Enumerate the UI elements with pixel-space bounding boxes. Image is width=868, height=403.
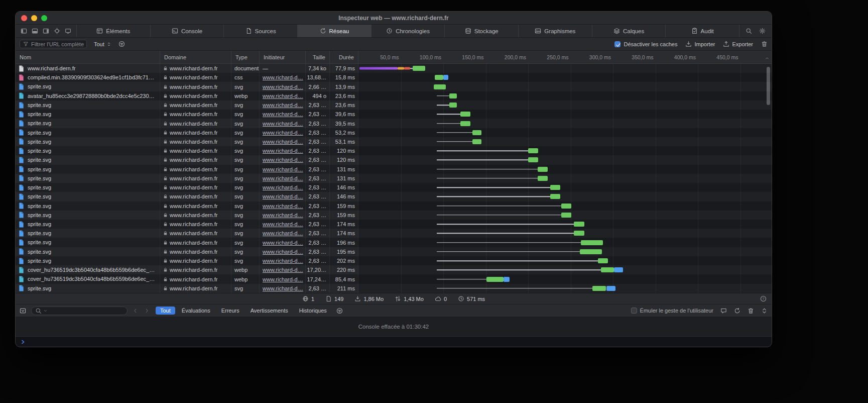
element-picker-icon[interactable] (54, 28, 60, 34)
console-scope-icon[interactable] (20, 308, 26, 314)
tab-stockage[interactable]: Stockage (444, 25, 518, 37)
initiator-link[interactable]: www.richard-d… (263, 93, 303, 99)
network-request-row[interactable]: www.richard-dern.fr www.richard-dern.fr … (16, 64, 772, 73)
import-button[interactable]: Importer (685, 41, 715, 47)
tab-calques[interactable]: Calques (592, 25, 666, 37)
initiator-link[interactable]: www.richard-d… (263, 111, 303, 117)
network-request-row[interactable]: sprite.svg www.richard-dern.fr svg www.r… (16, 211, 772, 220)
tab-audit[interactable]: Audit (665, 25, 739, 37)
console-filter-historiques[interactable]: Historiques (295, 307, 331, 315)
network-request-row[interactable]: avatar_hu85ecc3e298728880b0bde2dcc4e5c23… (16, 91, 772, 100)
network-request-row[interactable]: sprite.svg www.richard-dern.fr svg www.r… (16, 284, 772, 293)
tab-sources[interactable]: Sources (223, 25, 297, 37)
console-filter-circle-icon[interactable] (336, 308, 343, 314)
device-settings-icon[interactable] (65, 28, 71, 34)
initiator-link[interactable]: www.richard-d… (263, 212, 303, 218)
dock-left-icon[interactable] (21, 28, 27, 34)
initiator-link[interactable]: www.richard-d… (263, 148, 303, 154)
dock-bottom-icon[interactable] (32, 28, 38, 34)
tab-chronologies[interactable]: Chronologies (371, 25, 445, 37)
console-messages-icon[interactable] (720, 308, 727, 314)
console-filter-erreurs[interactable]: Erreurs (217, 307, 244, 315)
network-request-row[interactable]: sprite.svg www.richard-dern.fr svg www.r… (16, 247, 772, 256)
console-search-input[interactable] (31, 307, 128, 315)
resource-type-dropdown[interactable]: Tout (92, 40, 113, 48)
disable-caches-checkbox[interactable] (614, 41, 621, 47)
network-request-row[interactable]: compiled.min.38390909f303624ed9e1cf1bd3f… (16, 73, 772, 82)
scroll-up-icon[interactable] (765, 54, 770, 63)
column-header-type[interactable]: Type (231, 51, 260, 63)
dock-right-icon[interactable] (43, 28, 49, 34)
console-filter-avertissements[interactable]: Avertissements (246, 307, 293, 315)
network-request-row[interactable]: sprite.svg www.richard-dern.fr svg www.r… (16, 238, 772, 247)
initiator-link[interactable]: www.richard-d… (263, 285, 303, 291)
network-request-row[interactable]: sprite.svg www.richard-dern.fr svg www.r… (16, 137, 772, 146)
initiator-link[interactable]: www.richard-d… (263, 230, 303, 236)
column-header-name[interactable]: Nom (16, 51, 160, 63)
network-request-row[interactable]: sprite.svg www.richard-dern.fr svg www.r… (16, 192, 772, 201)
reload-icon[interactable] (734, 308, 740, 314)
help-icon[interactable]: ? (760, 295, 767, 303)
initiator-link[interactable]: www.richard-d… (263, 193, 303, 199)
column-header-duration[interactable]: Durée (330, 51, 358, 63)
tab-elements[interactable]: Éléments (76, 25, 150, 37)
network-request-row[interactable]: sprite.svg www.richard-dern.fr svg www.r… (16, 220, 772, 229)
initiator-link[interactable]: www.richard-d… (263, 130, 303, 136)
initiator-link[interactable]: www.richard-d… (263, 240, 303, 246)
console-filter-tout[interactable]: Tout (156, 307, 175, 315)
export-button[interactable]: Exporter (723, 41, 753, 47)
network-request-row[interactable]: cover_hu736519dc3b5040cfa48b6b559b6de6ec… (16, 265, 772, 274)
emulate-gesture-checkbox[interactable] (631, 308, 637, 314)
expand-console-icon[interactable] (761, 308, 768, 314)
network-request-row[interactable]: sprite.svg www.richard-dern.fr svg www.r… (16, 128, 772, 137)
initiator-link[interactable]: www.richard-d… (263, 157, 303, 163)
column-header-domain[interactable]: Domaine (160, 51, 231, 63)
emulate-gesture-toggle[interactable]: Émuler le geste de l'utilisateur (631, 308, 713, 314)
network-request-row[interactable]: cover_hu736519dc3b5040cfa48b6b559b6de6ec… (16, 274, 772, 283)
tab-reseau[interactable]: Réseau (297, 25, 371, 37)
initiator-link[interactable]: www.richard-d… (263, 267, 303, 273)
status-value: 0 (444, 296, 447, 302)
vertical-scrollbar[interactable] (767, 67, 770, 105)
network-request-row[interactable]: sprite.svg www.richard-dern.fr svg www.r… (16, 110, 772, 119)
initiator-link[interactable]: www.richard-d… (263, 175, 303, 181)
initiator-link[interactable]: www.richard-d… (263, 221, 303, 227)
column-header-initiator[interactable]: Initiateur (260, 51, 306, 63)
network-request-row[interactable]: sprite.svg www.richard-dern.fr svg www.r… (16, 155, 772, 164)
history-forward-icon[interactable] (144, 308, 150, 314)
initiator-link[interactable]: www.richard-d… (263, 249, 303, 255)
initiator-link[interactable]: www.richard-d… (263, 203, 303, 209)
search-icon[interactable] (746, 28, 752, 34)
network-request-row[interactable]: sprite.svg www.richard-dern.fr svg www.r… (16, 229, 772, 238)
clear-network-trash-icon[interactable] (761, 41, 768, 47)
network-request-row[interactable]: sprite.svg www.richard-dern.fr svg www.r… (16, 146, 772, 155)
network-request-row[interactable]: sprite.svg www.richard-dern.fr svg www.r… (16, 82, 772, 91)
console-prompt[interactable] (16, 336, 772, 347)
initiator-link[interactable]: www.richard-d… (263, 102, 303, 108)
network-request-row[interactable]: sprite.svg www.richard-dern.fr svg www.r… (16, 201, 772, 211)
tab-console[interactable]: Console (150, 25, 224, 37)
initiator-link[interactable]: www.richard-d… (263, 276, 303, 282)
network-request-row[interactable]: sprite.svg www.richard-dern.fr svg www.r… (16, 183, 772, 192)
url-filter-input[interactable]: Filtrer l'URL complète (20, 40, 87, 48)
initiator-link[interactable]: www.richard-d… (263, 74, 303, 80)
initiator-link[interactable]: www.richard-d… (263, 84, 303, 90)
initiator-link[interactable]: www.richard-d… (263, 121, 303, 127)
disable-caches-toggle[interactable]: Désactiver les caches (614, 41, 677, 47)
history-back-icon[interactable] (133, 308, 138, 314)
column-header-size[interactable]: Taille (306, 51, 330, 63)
network-request-row[interactable]: sprite.svg www.richard-dern.fr svg www.r… (16, 119, 772, 128)
filter-circle-icon[interactable] (118, 41, 125, 47)
gear-icon[interactable] (759, 28, 766, 34)
tab-graphismes[interactable]: Graphismes (518, 25, 592, 37)
initiator-link[interactable]: www.richard-d… (263, 139, 303, 145)
initiator-link[interactable]: www.richard-d… (263, 258, 303, 264)
network-request-row[interactable]: sprite.svg www.richard-dern.fr svg www.r… (16, 256, 772, 265)
initiator-link[interactable]: www.richard-d… (263, 166, 303, 172)
network-request-row[interactable]: sprite.svg www.richard-dern.fr svg www.r… (16, 165, 772, 174)
console-filter-evaluations[interactable]: Évaluations (177, 307, 215, 315)
network-request-row[interactable]: sprite.svg www.richard-dern.fr svg www.r… (16, 174, 772, 183)
clear-console-trash-icon[interactable] (748, 308, 754, 314)
network-request-row[interactable]: sprite.svg www.richard-dern.fr svg www.r… (16, 100, 772, 110)
initiator-link[interactable]: www.richard-d… (263, 184, 303, 190)
